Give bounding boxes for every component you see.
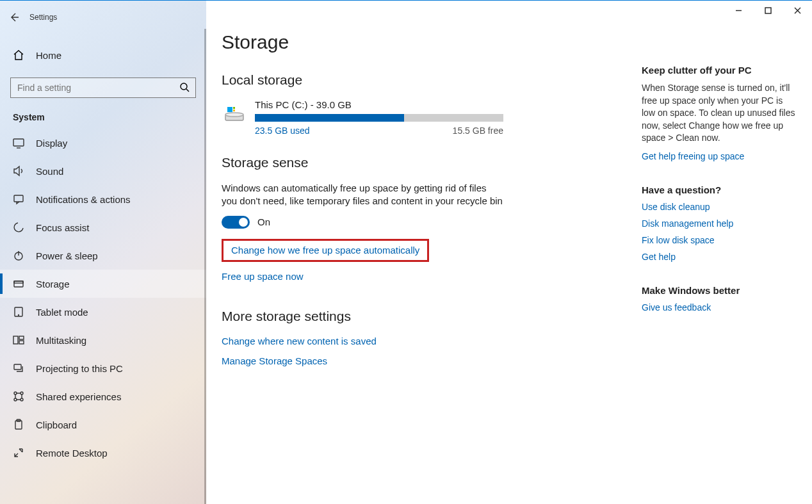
svg-point-0	[181, 83, 187, 90]
change-free-up-link[interactable]: Change how we free up space automaticall…	[231, 245, 419, 256]
svg-rect-18	[765, 8, 771, 13]
titlebar: Settings	[0, 6, 206, 29]
disk-usage-bar	[255, 114, 503, 122]
q-link-low-disk-space[interactable]: Fix low disk space	[642, 235, 795, 245]
nav-label: Display	[36, 138, 67, 149]
storage-sense-toggle-label: On	[257, 216, 270, 227]
svg-rect-21	[227, 107, 232, 112]
content: Storage Local storage This PC (C:) - 39.…	[206, 1, 616, 504]
nav-item-power-sleep[interactable]: Power & sleep	[0, 241, 206, 270]
multitasking-icon	[13, 334, 26, 346]
svg-rect-9	[19, 336, 24, 339]
nav-label: Clipboard	[36, 419, 77, 430]
svg-rect-2	[14, 195, 23, 202]
storage-icon	[13, 278, 26, 289]
main-area: Storage Local storage This PC (C:) - 39.…	[206, 1, 812, 504]
question-heading: Have a question?	[642, 184, 795, 195]
close-button[interactable]	[783, 1, 812, 20]
disk-stats: 23.5 GB used 15.5 GB free	[255, 126, 503, 136]
remote-desktop-icon	[13, 447, 26, 459]
clutter-group: Keep clutter off your PC When Storage se…	[642, 65, 795, 161]
disk-free-label: 15.5 GB free	[453, 126, 503, 136]
svg-point-13	[20, 392, 23, 394]
nav-label: Storage	[36, 279, 70, 289]
svg-rect-8	[13, 336, 18, 344]
nav-item-multitasking[interactable]: Multitasking	[0, 326, 206, 354]
svg-rect-5	[14, 281, 23, 283]
notifications-icon	[13, 193, 26, 205]
search-input[interactable]	[10, 77, 196, 98]
svg-point-15	[20, 398, 23, 401]
nav-item-focus-assist[interactable]: Focus assist	[0, 213, 206, 241]
manage-storage-spaces-link[interactable]: Manage Storage Spaces	[222, 355, 327, 366]
clutter-help-link[interactable]: Get help freeing up space	[642, 151, 795, 161]
svg-point-12	[14, 392, 17, 394]
nav-item-storage[interactable]: Storage	[0, 270, 206, 298]
storage-sense-heading: Storage sense	[222, 155, 616, 170]
svg-rect-1	[13, 139, 24, 146]
minimize-button[interactable]	[724, 1, 753, 20]
svg-rect-16	[15, 421, 22, 429]
home-button[interactable]: Home	[0, 42, 206, 69]
nav-label: Remote Desktop	[36, 448, 108, 459]
q-link-disk-management[interactable]: Disk management help	[642, 218, 795, 229]
nav-item-remote-desktop[interactable]: Remote Desktop	[0, 439, 206, 467]
svg-rect-11	[14, 364, 21, 370]
svg-point-7	[19, 315, 19, 316]
disk-name: This PC (C:) - 39.0 GB	[255, 99, 616, 110]
power-icon	[13, 250, 26, 261]
svg-rect-23	[233, 110, 235, 111]
focus-assist-icon	[13, 222, 26, 233]
tablet-icon	[13, 306, 26, 318]
storage-sense-toggle-row: On	[222, 216, 616, 229]
better-group: Make Windows better Give us feedback	[642, 285, 795, 313]
nav-item-tablet-mode[interactable]: Tablet mode	[0, 298, 206, 326]
sidebar: Settings Home System Display Sound	[0, 1, 206, 504]
search-container	[10, 77, 196, 98]
projecting-icon	[13, 362, 26, 374]
svg-rect-10	[19, 341, 24, 344]
clutter-heading: Keep clutter off your PC	[642, 65, 795, 76]
maximize-button[interactable]	[753, 1, 783, 20]
svg-point-14	[14, 398, 17, 401]
q-link-get-help[interactable]: Get help	[642, 252, 795, 262]
disk-row[interactable]: This PC (C:) - 39.0 GB 23.5 GB used 15.5…	[222, 99, 616, 136]
nav-item-projecting[interactable]: Projecting to this PC	[0, 354, 206, 382]
nav-item-clipboard[interactable]: Clipboard	[0, 411, 206, 439]
svg-rect-22	[233, 107, 235, 109]
better-heading: Make Windows better	[642, 285, 795, 296]
nav-item-display[interactable]: Display	[0, 129, 206, 157]
nav-label: Sound	[36, 166, 63, 177]
right-column: Keep clutter off your PC When Storage se…	[642, 65, 795, 336]
nav-label: Tablet mode	[36, 307, 88, 318]
disk-info: This PC (C:) - 39.0 GB 23.5 GB used 15.5…	[255, 99, 616, 136]
free-up-now-link[interactable]: Free up space now	[222, 271, 304, 282]
back-button[interactable]	[0, 6, 28, 29]
storage-sense-toggle[interactable]	[222, 216, 250, 229]
clutter-text: When Storage sense is turned on, it'll f…	[642, 82, 795, 145]
question-group: Have a question? Use disk cleanup Disk m…	[642, 184, 795, 262]
nav-item-shared-experiences[interactable]: Shared experiences	[0, 382, 206, 411]
q-link-disk-cleanup[interactable]: Use disk cleanup	[642, 202, 795, 212]
search-icon	[180, 83, 190, 95]
nav-item-sound[interactable]: Sound	[0, 157, 206, 185]
nav-label: Power & sleep	[36, 250, 98, 261]
home-icon	[13, 49, 26, 61]
app-title: Settings	[29, 13, 57, 22]
disk-used-label: 23.5 GB used	[255, 126, 310, 136]
local-storage-heading: Local storage	[222, 72, 616, 88]
nav-label: Multitasking	[36, 335, 86, 346]
nav-item-notifications[interactable]: Notifications & actions	[0, 185, 206, 213]
feedback-link[interactable]: Give us feedback	[642, 302, 795, 313]
nav-label: Shared experiences	[36, 391, 121, 402]
change-content-saved-link[interactable]: Change where new content is saved	[222, 336, 377, 346]
more-settings-heading: More storage settings	[222, 309, 616, 324]
disk-usage-fill	[255, 114, 404, 122]
nav-label: Notifications & actions	[36, 194, 131, 205]
shared-icon	[13, 391, 26, 402]
arrow-left-icon	[9, 12, 19, 22]
page-title: Storage	[222, 31, 616, 53]
highlighted-link-box: Change how we free up space automaticall…	[222, 239, 429, 262]
window-controls	[724, 1, 812, 20]
display-icon	[13, 137, 26, 149]
